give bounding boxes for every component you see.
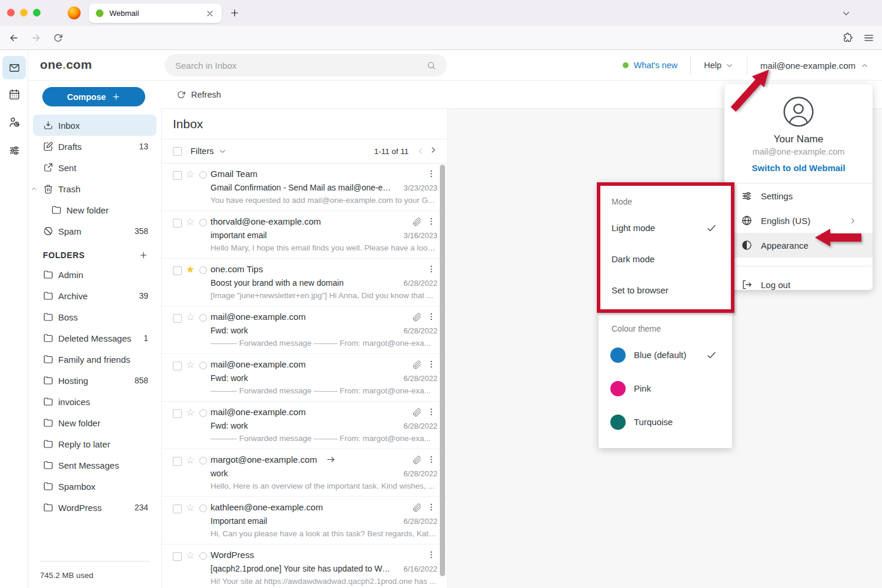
read-status-icon[interactable] <box>199 362 207 369</box>
theme-option[interactable]: Turquoise <box>599 405 732 439</box>
email-row[interactable]: kathleen@one-example.com Important email… <box>162 497 447 544</box>
search-bar[interactable] <box>165 54 447 76</box>
sidebar-item-drafts[interactable]: Drafts 13 <box>33 136 156 157</box>
menu-item-appearance[interactable]: Appearance <box>724 233 873 258</box>
star-icon[interactable] <box>186 216 195 228</box>
menu-item-logout[interactable]: Log out <box>724 272 873 297</box>
star-icon[interactable] <box>186 454 195 466</box>
sidebar-folder-item[interactable]: Reply to later <box>33 433 156 455</box>
sidebar-folder-item[interactable]: Hosting 858 <box>33 370 156 391</box>
select-all-checkbox[interactable] <box>173 147 182 156</box>
sidebar-item-sent[interactable]: Sent <box>33 157 156 178</box>
mode-option[interactable]: Light mode <box>599 212 732 243</box>
email-row[interactable]: mail@one-example.com Fwd: work ---------… <box>162 306 447 354</box>
rail-calendar-button[interactable] <box>2 82 26 106</box>
sidebar-item-trash[interactable]: Trash <box>33 178 156 199</box>
extensions-puzzle-icon[interactable] <box>842 32 853 44</box>
read-status-icon[interactable] <box>199 505 207 512</box>
more-options-icon[interactable] <box>426 169 436 179</box>
star-icon[interactable] <box>186 502 195 514</box>
sidebar-folder-item[interactable]: Deleted Messages 1 <box>33 328 156 349</box>
more-options-icon[interactable] <box>426 359 436 369</box>
email-row[interactable]: thorvald@one-example.com important email… <box>162 211 447 259</box>
menu-item-language[interactable]: English (US) <box>724 208 873 233</box>
sidebar-item-trash-new-folder[interactable]: New folder <box>33 199 156 220</box>
email-row[interactable]: mail@one-example.com Fwd: work ---------… <box>162 354 447 402</box>
read-status-icon[interactable] <box>199 552 207 560</box>
sidebar-folder-item[interactable]: Spambox <box>33 476 156 497</box>
menu-hamburger-icon[interactable] <box>863 32 874 44</box>
help-menu[interactable]: Help <box>704 61 734 70</box>
email-checkbox[interactable] <box>173 409 182 418</box>
reload-icon[interactable] <box>53 33 63 43</box>
rail-mail-button[interactable] <box>2 56 26 79</box>
chevron-down-icon[interactable] <box>218 147 227 156</box>
search-icon[interactable] <box>426 61 436 71</box>
email-checkbox[interactable] <box>173 219 182 228</box>
page-prev-icon[interactable] <box>416 146 425 156</box>
email-row[interactable]: margot@one-example.com work Hello, Here … <box>162 449 447 497</box>
sidebar-folder-item[interactable]: Archive 39 <box>33 285 156 306</box>
rail-contacts-button[interactable] <box>2 110 26 133</box>
sidebar-item-inbox[interactable]: Inbox <box>33 115 156 136</box>
email-row[interactable]: WordPress [qacph2.1prod.one] Your site h… <box>162 544 447 588</box>
back-icon[interactable] <box>8 32 19 44</box>
sidebar-folder-item[interactable]: WordPress 234 <box>33 497 156 518</box>
read-status-icon[interactable] <box>199 219 207 226</box>
email-checkbox[interactable] <box>173 505 182 513</box>
star-icon[interactable] <box>186 359 195 371</box>
switch-old-webmail-link[interactable]: Switch to old Webmail <box>724 163 873 173</box>
more-options-icon[interactable] <box>426 455 436 465</box>
theme-option[interactable]: Blue (default) <box>599 338 732 372</box>
email-checkbox[interactable] <box>173 266 182 275</box>
tab-close-icon[interactable] <box>205 9 215 18</box>
read-status-icon[interactable] <box>199 171 207 179</box>
traffic-light-maximize[interactable] <box>33 9 41 16</box>
email-row[interactable]: one.com Tips Boost your brand with a new… <box>162 259 447 306</box>
sidebar-folder-item[interactable]: invoices <box>33 391 156 412</box>
theme-option[interactable]: Pink <box>599 372 732 405</box>
sidebar-folder-item[interactable]: Boss <box>33 306 156 328</box>
more-options-icon[interactable] <box>426 407 436 417</box>
compose-button[interactable]: Compose <box>42 87 145 106</box>
rail-settings-button[interactable] <box>2 138 26 162</box>
whats-new-link[interactable]: What's new <box>623 61 678 70</box>
new-tab-icon[interactable] <box>229 8 240 18</box>
read-status-icon[interactable] <box>199 457 207 465</box>
read-status-icon[interactable] <box>199 314 207 322</box>
more-options-icon[interactable] <box>426 550 436 560</box>
more-options-icon[interactable] <box>426 216 436 226</box>
read-status-icon[interactable] <box>199 266 207 274</box>
account-menu-button[interactable]: mail@one-example.com <box>760 61 869 71</box>
traffic-light-close[interactable] <box>7 9 15 16</box>
browser-tab[interactable]: Webmail <box>89 4 222 23</box>
filters-label[interactable]: Filters <box>191 146 213 156</box>
star-icon[interactable] <box>186 263 195 276</box>
list-scrollbar[interactable] <box>440 165 445 576</box>
email-checkbox[interactable] <box>173 314 182 323</box>
more-options-icon[interactable] <box>426 312 436 322</box>
menu-item-settings[interactable]: Settings <box>724 183 873 208</box>
star-icon[interactable] <box>186 311 195 323</box>
sidebar-folder-item[interactable]: Sent Messages <box>33 455 156 476</box>
email-checkbox[interactable] <box>173 552 182 561</box>
email-row[interactable]: Gmail Team Gmail Confirmation - Send Mai… <box>162 163 447 211</box>
email-checkbox[interactable] <box>173 171 182 180</box>
add-folder-icon[interactable] <box>139 250 148 260</box>
sidebar-folder-item[interactable]: New folder <box>33 412 156 433</box>
search-input[interactable] <box>175 61 426 71</box>
mode-option[interactable]: Dark mode <box>599 243 732 275</box>
tab-list-chevron-icon[interactable] <box>841 8 851 19</box>
star-icon[interactable] <box>186 406 195 419</box>
collapse-chevron-icon[interactable] <box>31 185 38 192</box>
email-checkbox[interactable] <box>173 362 182 370</box>
sidebar-folder-item[interactable]: Admin <box>33 264 156 285</box>
traffic-light-minimize[interactable] <box>20 9 28 16</box>
more-options-icon[interactable] <box>426 502 436 512</box>
email-checkbox[interactable] <box>173 457 182 466</box>
read-status-icon[interactable] <box>199 409 207 417</box>
forward-icon[interactable] <box>31 32 42 44</box>
sidebar-item-spam[interactable]: Spam 358 <box>33 220 156 242</box>
page-next-icon[interactable] <box>430 146 439 156</box>
star-icon[interactable] <box>186 168 195 181</box>
